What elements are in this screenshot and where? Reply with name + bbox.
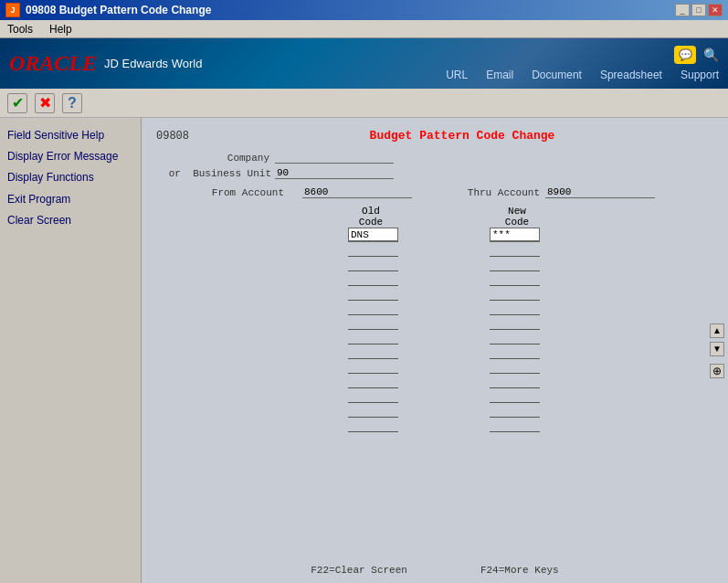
company-row: Company bbox=[156, 152, 713, 164]
zoom-button[interactable]: ⊕ bbox=[710, 364, 724, 378]
sidebar-item-display-error-message[interactable]: Display Error Message bbox=[5, 146, 135, 167]
old-code-input-11[interactable] bbox=[348, 376, 398, 388]
sidebar-item-display-functions[interactable]: Display Functions bbox=[5, 167, 135, 188]
business-unit-row: or Business Unit bbox=[156, 167, 713, 179]
app-icon: J bbox=[5, 3, 20, 17]
new-code-input-13[interactable] bbox=[490, 405, 540, 418]
titlebar-controls[interactable]: _ □ ✕ bbox=[675, 4, 723, 16]
new-code-input-14[interactable] bbox=[490, 419, 540, 432]
search-icon[interactable]: 🔍 bbox=[703, 48, 719, 62]
new-code-input-4[interactable] bbox=[490, 273, 540, 286]
maximize-button[interactable]: □ bbox=[691, 4, 706, 16]
old-code-header: Old Code bbox=[343, 206, 398, 228]
new-code-input-7[interactable] bbox=[490, 317, 540, 330]
old-code-input-13[interactable] bbox=[348, 405, 398, 418]
old-code-input-12[interactable] bbox=[348, 390, 398, 403]
company-label: Company bbox=[156, 153, 275, 164]
new-code-input-9[interactable] bbox=[490, 346, 540, 359]
form-title: Budget Pattern Code Change bbox=[211, 129, 713, 143]
account-row: From Account Thru Account bbox=[202, 186, 713, 198]
old-code-input-14[interactable] bbox=[348, 419, 398, 432]
thru-account-label: Thru Account bbox=[458, 187, 540, 198]
f24-key: F24=More Keys bbox=[480, 565, 559, 576]
business-unit-label: Business Unit bbox=[193, 168, 271, 179]
titlebar: J 09808 Budget Pattern Code Change _ □ ✕ bbox=[0, 0, 728, 20]
cancel-button[interactable]: ✖ bbox=[35, 93, 55, 113]
form-id: 09808 bbox=[156, 130, 211, 143]
menu-tools[interactable]: Tools bbox=[4, 22, 37, 37]
from-account-label: From Account bbox=[202, 187, 284, 198]
old-code-input-10[interactable] bbox=[348, 361, 398, 374]
new-code-input-1[interactable] bbox=[490, 228, 540, 242]
menubar: Tools Help bbox=[0, 20, 728, 38]
code-inputs bbox=[348, 228, 540, 432]
old-code-input-8[interactable] bbox=[348, 332, 398, 344]
new-code-column bbox=[490, 228, 540, 432]
from-account-input[interactable] bbox=[302, 186, 412, 198]
confirm-button[interactable]: ✔ bbox=[7, 93, 27, 113]
new-code-line1: New bbox=[490, 206, 544, 217]
chat-icon[interactable]: 💬 bbox=[674, 46, 696, 64]
sidebar-item-clear-screen[interactable]: Clear Screen bbox=[5, 210, 135, 231]
old-code-column bbox=[348, 228, 398, 432]
new-code-input-12[interactable] bbox=[490, 390, 540, 403]
main-area: Field Sensitive Help Display Error Messa… bbox=[0, 118, 728, 583]
new-code-input-8[interactable] bbox=[490, 332, 540, 344]
sidebar-item-exit-program[interactable]: Exit Program bbox=[5, 189, 135, 210]
minimize-button[interactable]: _ bbox=[675, 4, 690, 16]
check-icon: ✔ bbox=[12, 94, 24, 111]
nav-document[interactable]: Document bbox=[532, 69, 582, 81]
header-icons: 💬 🔍 bbox=[674, 46, 719, 64]
help-button[interactable]: ? bbox=[62, 93, 82, 113]
old-code-input-5[interactable] bbox=[348, 288, 398, 301]
f22-key: F22=Clear Screen bbox=[311, 565, 407, 576]
form-title-row: 09808 Budget Pattern Code Change bbox=[156, 129, 713, 143]
oracle-logo-text: ORACLE bbox=[9, 51, 97, 76]
new-code-input-10[interactable] bbox=[490, 361, 540, 374]
x-icon: ✖ bbox=[39, 94, 51, 111]
new-code-input-5[interactable] bbox=[490, 288, 540, 301]
function-keys: F22=Clear Screen F24=More Keys bbox=[142, 565, 728, 576]
scroll-down-button[interactable]: ▼ bbox=[710, 342, 724, 356]
menu-help[interactable]: Help bbox=[46, 22, 76, 37]
nav-support[interactable]: Support bbox=[681, 69, 719, 81]
old-code-line2: Code bbox=[343, 217, 398, 228]
old-code-input-1[interactable] bbox=[348, 228, 398, 242]
or-text: or bbox=[169, 168, 181, 179]
scroll-up-button[interactable]: ▲ bbox=[710, 323, 724, 338]
sidebar: Field Sensitive Help Display Error Messa… bbox=[0, 118, 142, 583]
old-code-input-4[interactable] bbox=[348, 273, 398, 286]
toolbar: ✔ ✖ ? bbox=[0, 89, 728, 118]
new-code-line2: Code bbox=[490, 217, 544, 228]
header-nav: URL Email Document Spreadsheet Support bbox=[446, 69, 719, 81]
nav-spreadsheet[interactable]: Spreadsheet bbox=[600, 69, 662, 81]
thru-account-group: Thru Account bbox=[458, 186, 655, 198]
old-code-input-3[interactable] bbox=[348, 259, 398, 271]
business-unit-input[interactable] bbox=[275, 167, 394, 179]
new-code-input-2[interactable] bbox=[490, 244, 540, 257]
oracle-header: ORACLE JD Edwards World 💬 🔍 URL Email Do… bbox=[0, 38, 728, 89]
old-code-line1: Old bbox=[343, 206, 398, 217]
sidebar-item-field-sensitive-help[interactable]: Field Sensitive Help bbox=[5, 125, 135, 146]
jde-subtitle: JD Edwards World bbox=[104, 57, 202, 70]
code-area: Old Code New Code bbox=[156, 206, 713, 432]
question-icon: ? bbox=[68, 95, 77, 111]
nav-url[interactable]: URL bbox=[446, 69, 468, 81]
new-code-input-11[interactable] bbox=[490, 376, 540, 388]
new-code-input-3[interactable] bbox=[490, 259, 540, 271]
right-scrollbar: ▲ ▼ ⊕ bbox=[710, 323, 724, 378]
content: 09808 Budget Pattern Code Change Company… bbox=[142, 118, 728, 583]
old-code-input-9[interactable] bbox=[348, 346, 398, 359]
close-button[interactable]: ✕ bbox=[708, 4, 723, 16]
oracle-brand: ORACLE JD Edwards World bbox=[9, 51, 202, 76]
old-code-input-7[interactable] bbox=[348, 317, 398, 330]
thru-account-input[interactable] bbox=[545, 186, 655, 198]
old-code-input-2[interactable] bbox=[348, 244, 398, 257]
nav-email[interactable]: Email bbox=[486, 69, 513, 81]
new-code-input-6[interactable] bbox=[490, 302, 540, 315]
new-code-header: New Code bbox=[490, 206, 544, 228]
company-input[interactable] bbox=[275, 152, 394, 164]
titlebar-left: J 09808 Budget Pattern Code Change bbox=[5, 3, 211, 17]
old-code-input-6[interactable] bbox=[348, 302, 398, 315]
code-headers: Old Code New Code bbox=[343, 206, 544, 228]
